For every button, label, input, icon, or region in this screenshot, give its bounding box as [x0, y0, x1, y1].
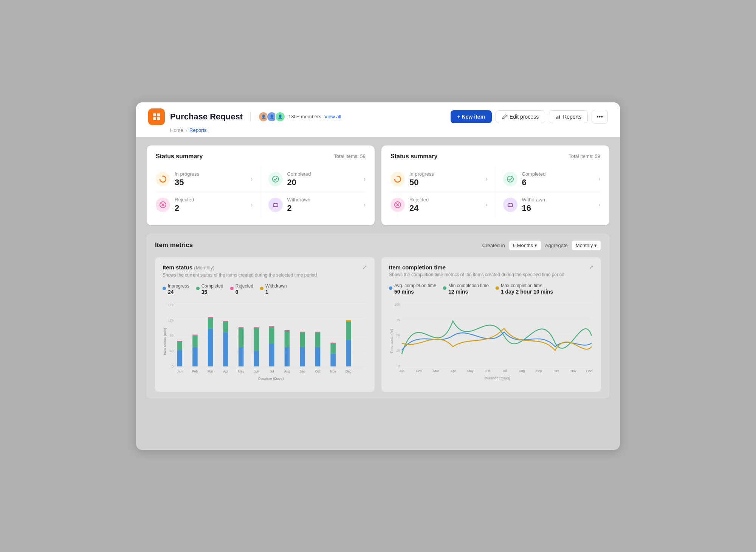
svg-rect-66 [330, 342, 336, 343]
legend-label-withdrawn: Withdrawn [265, 283, 287, 289]
item-status-chart-title: Item status (Monthly) [163, 264, 215, 271]
svg-rect-39 [192, 334, 198, 335]
completion-time-subtitle: Shows the completion time metrics of the… [389, 272, 593, 277]
item-status-chart-header: Item status (Monthly) ⤢ [163, 264, 367, 271]
status-grid-right: In progress 50 › Completed 6 › [390, 167, 600, 218]
aggregate-label: Aggregate [545, 243, 568, 248]
status-item-rejected-left[interactable]: Rejected 2 › [156, 192, 261, 218]
status-label-rejected-left: Rejected [175, 197, 248, 203]
svg-text:May: May [238, 370, 244, 373]
svg-text:Jun: Jun [485, 369, 490, 373]
svg-text:129: 129 [168, 318, 174, 322]
status-grid-left: In progress 35 › Completed 20 [156, 167, 366, 218]
svg-point-16 [507, 176, 513, 182]
status-item-completed-right[interactable]: Completed 6 › [496, 167, 601, 192]
header-left: Purchase Request 👤 👤 👤 130+ members View… [148, 108, 341, 125]
status-item-completed-left[interactable]: Completed 20 › [261, 167, 366, 192]
status-count-completed-left: 20 [287, 178, 361, 187]
svg-text:Feb: Feb [192, 370, 198, 373]
more-options-button[interactable]: ••• [592, 110, 608, 124]
svg-rect-55 [285, 347, 290, 366]
legend-dot-avg [389, 286, 392, 290]
svg-text:50: 50 [396, 333, 400, 337]
status-count-withdrawn-left: 2 [287, 203, 361, 213]
status-item-withdrawn-right[interactable]: Withdrawn 16 › [496, 192, 601, 218]
legend-item-completed: Completed 35 [196, 282, 223, 295]
svg-text:0: 0 [172, 364, 174, 368]
svg-rect-12 [273, 204, 278, 207]
new-item-button[interactable]: + New item [451, 110, 492, 123]
status-info-completed-right: Completed 6 [522, 171, 595, 187]
aggregate-dropdown[interactable]: Monthly ▾ [572, 240, 601, 250]
chevron-withdrawn-left: › [364, 201, 366, 208]
svg-rect-64 [330, 353, 336, 366]
header: Purchase Request 👤 👤 👤 130+ members View… [136, 102, 620, 137]
svg-text:Jul: Jul [503, 369, 507, 373]
svg-text:75: 75 [396, 318, 400, 322]
legend-dot-completed [196, 287, 200, 290]
legend-info-completed: Completed 35 [201, 282, 223, 295]
legend-value-completed: 35 [201, 289, 223, 295]
status-label-inprogress-left: In progress [175, 171, 248, 177]
legend-item-max: Max completion time 1 day 2 hour 10 mins [496, 282, 553, 295]
svg-text:Aug: Aug [284, 370, 290, 373]
breadcrumb-home[interactable]: Home [170, 127, 183, 133]
breadcrumb-separator: › [186, 127, 187, 133]
status-item-withdrawn-left[interactable]: Withdrawn 2 › [261, 192, 366, 218]
completion-time-chart-area: Time taken (hr) 100 75 50 25 0 [389, 298, 593, 385]
status-label-completed-right: Completed [522, 171, 595, 177]
svg-rect-53 [269, 327, 274, 343]
legend-value-withdrawn: 1 [265, 289, 287, 295]
legend-value-max: 1 day 2 hour 10 mins [501, 289, 553, 295]
reports-button[interactable]: Reports [549, 110, 588, 123]
view-all-link[interactable]: View all [324, 114, 341, 119]
status-item-inprogress-right[interactable]: In progress 50 › [390, 167, 496, 192]
svg-rect-61 [315, 347, 321, 366]
charts-row: Item status (Monthly) ⤢ Shows the curren… [155, 257, 601, 392]
inprogress-icon-left [156, 172, 170, 186]
completion-time-svg: Time taken (hr) 100 75 50 25 0 [389, 298, 593, 385]
legend-label-min: Min completion time [448, 283, 489, 288]
item-status-subtitle: Shows the current status of the items cr… [163, 272, 367, 278]
legend-dot-max [496, 286, 499, 290]
item-status-expand-icon[interactable]: ⤢ [363, 264, 367, 270]
svg-rect-51 [254, 327, 259, 328]
legend-dot-inprogress [163, 287, 166, 290]
legend-label-inprogress: Inprogress [168, 283, 189, 289]
svg-text:Oct: Oct [554, 369, 559, 373]
breadcrumb-current[interactable]: Reports [189, 127, 207, 133]
svg-rect-40 [208, 329, 213, 366]
svg-rect-48 [239, 327, 244, 328]
svg-text:Item status (nos): Item status (nos) [163, 328, 167, 355]
created-in-dropdown[interactable]: 6 Months ▾ [509, 240, 541, 250]
member-avatars: 👤 👤 👤 [258, 111, 285, 122]
svg-text:25: 25 [396, 349, 400, 353]
status-label-withdrawn-left: Withdrawn [287, 197, 361, 203]
status-item-rejected-right[interactable]: Rejected 24 › [390, 192, 496, 218]
svg-text:43: 43 [170, 349, 174, 353]
svg-rect-34 [177, 350, 183, 366]
edit-process-button[interactable]: Edit process [496, 110, 545, 123]
svg-rect-35 [177, 342, 183, 350]
svg-text:100: 100 [394, 303, 400, 306]
status-item-inprogress-left[interactable]: In progress 35 › [156, 167, 261, 192]
svg-rect-37 [192, 347, 198, 366]
created-in-label: Created in [482, 243, 505, 248]
completion-time-expand-icon[interactable]: ⤢ [589, 264, 593, 270]
main-container: Purchase Request 👤 👤 👤 130+ members View… [136, 102, 620, 450]
svg-text:Nov: Nov [570, 369, 576, 373]
svg-text:0: 0 [398, 364, 400, 368]
svg-rect-58 [300, 347, 305, 366]
item-status-chart-title-wrapper: Item status (Monthly) [163, 264, 215, 271]
svg-rect-38 [192, 335, 198, 347]
legend-item-withdrawn: Withdrawn 1 [260, 282, 287, 295]
item-status-chart-card: Item status (Monthly) ⤢ Shows the curren… [155, 257, 375, 392]
legend-dot-min [443, 286, 446, 290]
svg-rect-49 [254, 351, 259, 366]
legend-item-avg: Avg. completion time 50 mins [389, 282, 436, 295]
chevron-completed-right: › [598, 176, 600, 182]
rejected-icon-left [156, 198, 170, 212]
header-actions: + New item Edit process Reports ••• [451, 110, 608, 124]
header-top: Purchase Request 👤 👤 👤 130+ members View… [148, 108, 608, 125]
status-card-left-header: Status summary Total items: 59 [156, 153, 366, 160]
